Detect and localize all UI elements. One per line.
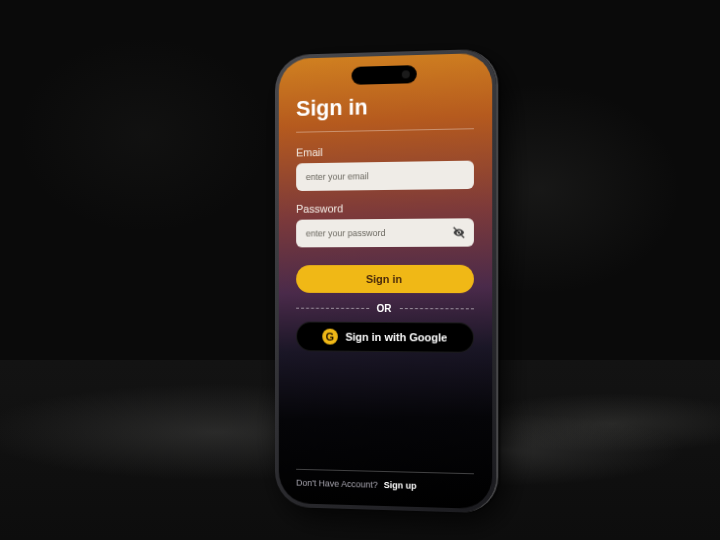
google-icon: G (322, 329, 338, 345)
or-separator: OR (296, 303, 474, 315)
signin-button-label: Sign in (366, 273, 402, 285)
email-field[interactable]: enter your email (296, 161, 474, 191)
password-label: Password (296, 201, 474, 215)
password-field[interactable]: enter your password (296, 218, 474, 247)
signup-link[interactable]: Sign up (384, 480, 417, 491)
google-signin-button[interactable]: G Sign in with Google (296, 322, 474, 353)
signup-prompt: Don't Have Account? (296, 478, 378, 490)
email-placeholder: enter your email (306, 171, 369, 182)
page-title: Sign in (296, 88, 474, 132)
spacer (296, 351, 474, 473)
footer: Don't Have Account? Sign up (296, 478, 474, 497)
phone-mockup: Sign in Email enter your email Password … (275, 49, 496, 514)
google-signin-label: Sign in with Google (345, 331, 447, 344)
dynamic-island (352, 65, 417, 85)
password-placeholder: enter your password (306, 228, 386, 238)
phone-screen: Sign in Email enter your email Password … (279, 53, 492, 509)
visibility-off-icon[interactable] (452, 225, 466, 239)
separator-line-right (399, 308, 474, 309)
separator-label: OR (377, 303, 392, 314)
email-label: Email (296, 143, 474, 158)
separator-line-left (296, 308, 369, 309)
signin-button[interactable]: Sign in (296, 265, 474, 293)
